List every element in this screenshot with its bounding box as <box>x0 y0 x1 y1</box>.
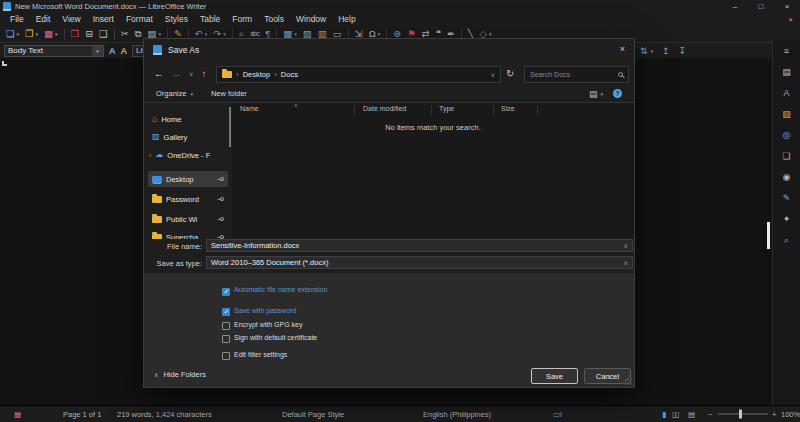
open-dropdown-icon[interactable]: ▾ <box>36 31 39 37</box>
sidebar-item-home[interactable]: ⌂ Home <box>148 111 228 127</box>
refresh-icon[interactable]: ↻ <box>506 68 514 79</box>
update-style-icon[interactable]: A <box>109 46 116 56</box>
checkbox-label[interactable]: Automatic file name extension <box>234 286 346 295</box>
save-button[interactable]: Save <box>531 368 578 384</box>
search-input[interactable] <box>530 71 615 78</box>
menu-file[interactable]: File <box>4 13 30 26</box>
close-document-icon[interactable]: × <box>788 15 793 24</box>
resize-grip[interactable] <box>625 378 632 385</box>
sidebar-item-onedrive[interactable]: › ☁ OneDrive - F <box>148 147 228 163</box>
column-separator[interactable] <box>493 105 494 115</box>
cut-icon[interactable]: ✂ <box>121 29 129 39</box>
checkbox-save-with-password[interactable] <box>222 308 230 316</box>
open-icon[interactable]: ❐ <box>25 29 34 39</box>
navigator-icon[interactable]: ◎ <box>783 130 791 140</box>
find-deck-icon[interactable]: ⌕ <box>784 235 789 246</box>
column-separator[interactable] <box>354 105 355 115</box>
zoom-slider-track[interactable] <box>718 414 768 415</box>
menu-form[interactable]: Form <box>226 13 258 26</box>
new-style-icon[interactable]: A <box>121 46 128 56</box>
export-pdf-icon[interactable]: ❒ <box>71 29 80 39</box>
back-icon[interactable]: ← <box>154 68 164 79</box>
menu-styles[interactable]: Styles <box>159 13 194 26</box>
checkbox-automatic-extension[interactable] <box>222 288 230 296</box>
gallery-icon[interactable]: ▨ <box>782 109 791 119</box>
increase-paragraph-spacing-icon[interactable]: ↥ <box>662 46 670 56</box>
checkbox-label[interactable]: Edit filter settings <box>234 351 346 360</box>
sidebar-item-password[interactable]: Password <box>148 191 228 207</box>
zoom-in-icon[interactable]: + <box>772 410 776 419</box>
dialog-close-icon[interactable]: × <box>620 44 625 54</box>
sidebar-settings-icon[interactable]: ≡ <box>784 46 789 56</box>
document-modified-icon[interactable]: ▦ <box>14 410 21 419</box>
undo-dropdown-icon[interactable]: ▾ <box>205 31 208 37</box>
checkbox-edit-filter[interactable] <box>222 352 230 360</box>
breadcrumb-chevron-icon[interactable]: › <box>236 70 239 79</box>
print-preview-icon[interactable]: ❑ <box>99 29 108 39</box>
breadcrumb-chevron-icon[interactable]: › <box>274 70 277 79</box>
menu-help[interactable]: Help <box>332 13 361 26</box>
checkbox-sign-certificate[interactable] <box>222 335 230 343</box>
new-document-dropdown-icon[interactable]: ▾ <box>17 31 20 37</box>
column-header-date-modified[interactable]: Date modified <box>363 105 406 112</box>
basic-shapes-dropdown-icon[interactable]: ▾ <box>489 31 492 37</box>
view-single-page-icon[interactable]: ▮ <box>662 410 666 419</box>
checkbox-label[interactable]: Encrypt with GPG key <box>234 321 346 330</box>
up-icon[interactable]: ↑ <box>201 68 206 79</box>
text-language[interactable]: English (Philippines) <box>423 410 491 419</box>
zoom-out-icon[interactable]: − <box>708 410 712 419</box>
sidebar-scrollbar-thumb[interactable] <box>229 107 231 147</box>
minimize-button[interactable]: – <box>722 0 748 13</box>
menu-window[interactable]: Window <box>290 13 332 26</box>
address-bar[interactable]: › Desktop › Docs ∨ <box>216 66 501 83</box>
organize-button[interactable]: Organize <box>156 89 186 98</box>
redo-dropdown-icon[interactable]: ▾ <box>223 31 226 37</box>
menu-table[interactable]: Table <box>194 13 226 26</box>
column-header-name[interactable]: Name <box>240 105 259 112</box>
address-dropdown-icon[interactable]: ∨ <box>491 71 495 78</box>
new-document-icon[interactable]: ❏ <box>6 29 15 39</box>
column-separator[interactable] <box>537 105 538 115</box>
breadcrumb-docs[interactable]: Docs <box>281 70 298 79</box>
view-options-dropdown-icon[interactable]: ▾ <box>600 91 603 97</box>
properties-icon[interactable]: ▤ <box>782 67 791 77</box>
recent-locations-icon[interactable]: ∨ <box>189 70 193 77</box>
column-header-size[interactable]: Size <box>501 105 515 112</box>
page-icon[interactable]: ❏ <box>782 151 790 161</box>
paragraph-style-combo[interactable]: Body Text ▾ <box>4 45 104 57</box>
new-folder-button[interactable]: New folder <box>211 89 247 98</box>
view-options-icon[interactable]: ▤ <box>589 89 598 99</box>
page-style[interactable]: Default Page Style <box>282 410 344 419</box>
style-inspector-icon[interactable]: ◉ <box>783 172 791 182</box>
zoom-level[interactable]: 100% <box>781 410 800 419</box>
forward-icon[interactable]: → <box>172 68 182 79</box>
spelling-icon[interactable]: abc <box>250 31 259 38</box>
chevron-down-icon[interactable]: ▾ <box>92 46 103 56</box>
menu-tools[interactable]: Tools <box>258 13 290 26</box>
checkbox-label[interactable]: Sign with default certificate <box>234 334 322 343</box>
word-count[interactable]: 219 words, 1,424 characters <box>117 410 212 419</box>
save-as-type-select[interactable]: Word 2010–365 Document (*.docx) ∨ <box>206 256 633 269</box>
menu-format[interactable]: Format <box>120 13 159 26</box>
menu-insert[interactable]: Insert <box>87 13 120 26</box>
cancel-button[interactable]: Cancel <box>584 368 631 384</box>
line-spacing-icon[interactable]: ⇅ <box>640 46 648 56</box>
column-header-type[interactable]: Type <box>439 105 454 112</box>
close-button[interactable]: × <box>774 0 800 13</box>
manage-changes-icon[interactable]: ✎ <box>783 193 791 203</box>
checkbox-encrypt-gpg[interactable] <box>222 322 230 330</box>
vertical-scrollbar-thumb[interactable] <box>767 222 770 249</box>
maximize-button[interactable]: □ <box>748 0 774 13</box>
hide-folders-button[interactable]: ∧ Hide Folders <box>154 370 206 379</box>
paste-dropdown-icon[interactable]: ▾ <box>158 31 161 37</box>
save-icon[interactable]: ▦ <box>44 29 53 39</box>
view-book-icon[interactable]: ▤ <box>688 410 695 419</box>
page-count[interactable]: Page 1 of 1 <box>63 410 101 419</box>
styles-icon[interactable]: A <box>783 88 789 98</box>
selection-mode-icon[interactable]: ▭I <box>553 410 562 419</box>
design-icon[interactable]: ✦ <box>783 214 791 224</box>
breadcrumb-desktop[interactable]: Desktop <box>243 70 271 79</box>
decrease-paragraph-spacing-icon[interactable]: ↧ <box>679 46 687 56</box>
sidebar-item-supercha[interactable]: Supercha <box>148 229 228 239</box>
file-name-dropdown-icon[interactable]: ∨ <box>624 242 628 249</box>
